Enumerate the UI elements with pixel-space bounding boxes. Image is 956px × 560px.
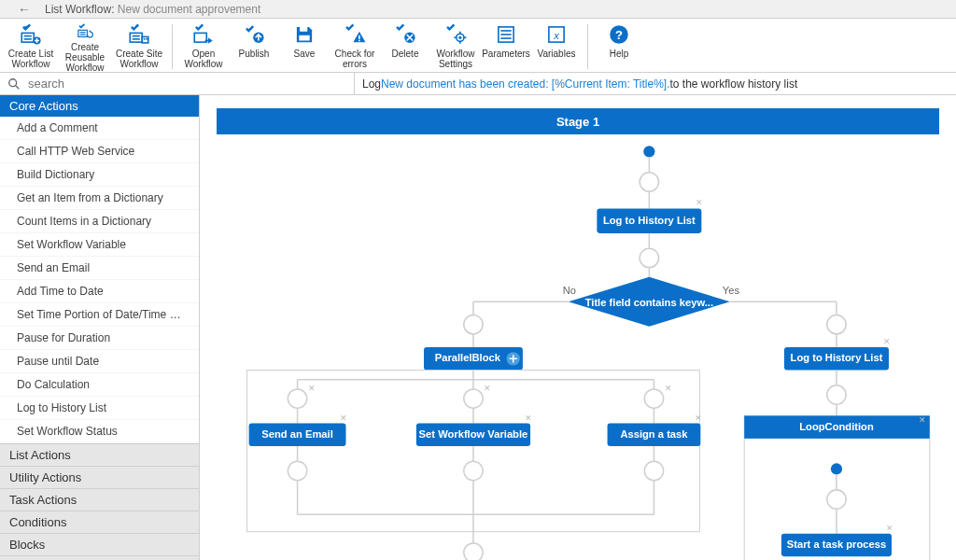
svg-text:Start a task process: Start a task process [787, 539, 886, 550]
create-reusable-workflow-button[interactable]: Create Reusable Workflow [58, 21, 112, 73]
delete-node-icon[interactable]: ✕ [340, 413, 347, 423]
sidebar-item[interactable]: Add Time to Date [0, 280, 199, 303]
sidebar-item[interactable]: Build Dictionary [0, 163, 199, 187]
checklist-open-icon [191, 22, 216, 47]
decision-no-label: No [563, 285, 576, 296]
connector-node[interactable] [640, 248, 658, 267]
publish-button[interactable]: Publish [229, 21, 279, 73]
sidebar-item[interactable]: Pause until Date [0, 350, 199, 373]
delete-branch-icon[interactable]: ✕ [484, 384, 491, 393]
log-history-node-2[interactable]: Log to History List ✕ [784, 337, 891, 370]
sub-bar: Log New document has been created: [%Cur… [0, 73, 956, 95]
delete-node-icon[interactable]: ✕ [695, 413, 702, 423]
sidebar-category[interactable]: Blocks [0, 533, 199, 555]
stage-header[interactable]: Stage 1 [217, 110, 939, 134]
connector-node[interactable] [464, 315, 483, 333]
variables-icon: x [544, 22, 569, 47]
svg-rect-4 [78, 30, 88, 36]
delete-branch-icon[interactable]: ✕ [665, 384, 672, 393]
parallel-block-node[interactable]: ParallelBlock [424, 347, 523, 370]
log-link[interactable]: New document has been created: [%Current… [381, 77, 669, 91]
svg-rect-13 [194, 33, 206, 42]
ribbon-separator [587, 24, 588, 69]
connector-node[interactable] [464, 461, 483, 480]
delete-node-icon[interactable]: ✕ [696, 198, 703, 207]
connector-node[interactable] [827, 490, 846, 509]
log-prefix: Log [362, 77, 381, 91]
send-email-node[interactable]: Send an Email ✕ [249, 413, 348, 446]
title-prefix: List Workflow: [45, 3, 114, 16]
connector-node[interactable] [644, 461, 663, 480]
loop-start-node[interactable] [831, 463, 842, 474]
stage-container: Stage 1 .box { fill:#0b6fc9; rx:3; } .bo… [217, 108, 939, 560]
workflow-settings-button[interactable]: Workflow Settings [430, 21, 481, 73]
sidebar-item[interactable]: Pause for Duration [0, 327, 199, 350]
checklist-add-icon [19, 22, 43, 47]
connector-node[interactable] [464, 543, 483, 560]
svg-text:LoopCondition: LoopCondition [799, 421, 874, 432]
ribbon: Create List Workflow Create Reusable Wor… [0, 19, 956, 73]
create-list-workflow-button[interactable]: Create List Workflow [4, 21, 58, 73]
svg-text:Set Workflow Variable: Set Workflow Variable [419, 428, 528, 440]
connector-node[interactable] [827, 315, 846, 333]
log-history-node[interactable]: Log to History List ✕ [597, 198, 703, 233]
log-suffix: to the workflow history list [670, 77, 798, 91]
sidebar-section-core-actions[interactable]: Core Actions [0, 95, 199, 117]
set-variable-node[interactable]: Set Workflow Variable ✕ [416, 413, 532, 446]
delete-icon [393, 22, 417, 47]
sidebar-item[interactable]: Add a Comment [0, 117, 199, 140]
connector-node[interactable] [827, 385, 846, 404]
svg-text:Send an Email: Send an Email [261, 428, 332, 440]
save-button[interactable]: Save [279, 21, 330, 73]
sidebar-item[interactable]: Set Workflow Status [0, 420, 199, 443]
sidebar-item[interactable]: Do Calculation [0, 373, 199, 397]
connector-node[interactable] [288, 389, 306, 408]
parameters-icon [494, 22, 518, 47]
connector-node[interactable] [644, 389, 663, 408]
sidebar-category[interactable]: Conditions [0, 511, 199, 533]
delete-button[interactable]: Delete [380, 21, 430, 73]
sidebar-item[interactable]: Count Items in a Dictionary [0, 210, 199, 233]
sidebar-item[interactable]: Call HTTP Web Service [0, 140, 199, 163]
create-site-workflow-button[interactable]: Create Site Workflow [112, 21, 166, 73]
connector-node[interactable] [640, 173, 658, 191]
sidebar-item[interactable]: Send an Email [0, 257, 199, 280]
delete-node-icon[interactable]: ✕ [919, 415, 926, 425]
delete-node-icon[interactable]: ✕ [883, 337, 891, 346]
sidebar-item[interactable]: Set Workflow Variable [0, 233, 199, 257]
title-bar: ← List Workflow: New document approvemen… [0, 0, 956, 19]
start-node[interactable] [643, 146, 654, 157]
decision-node[interactable]: Title field contains keyw... [569, 277, 730, 327]
help-button[interactable]: ? Help [594, 21, 644, 73]
svg-rect-12 [146, 38, 148, 40]
assign-task-node[interactable]: Assign a task ✕ [608, 413, 703, 446]
sidebar-item[interactable]: Log to History List [0, 397, 199, 420]
sidebar-item[interactable]: Set Time Portion of Date/Time Field [0, 303, 199, 327]
open-workflow-button[interactable]: Open Workflow [178, 21, 229, 73]
sidebar-category[interactable]: List Actions [0, 443, 199, 466]
check-errors-button[interactable]: Check for errors [330, 21, 380, 73]
delete-node-icon[interactable]: ✕ [525, 413, 532, 423]
svg-point-34 [9, 78, 17, 86]
svg-text:Title field contains keyw...: Title field contains keyw... [585, 297, 713, 308]
sidebar-category[interactable]: Composite Steps [0, 555, 199, 560]
delete-branch-icon[interactable]: ✕ [308, 384, 316, 393]
workflow-canvas[interactable]: Stage 1 .box { fill:#0b6fc9; rx:3; } .bo… [200, 95, 956, 560]
delete-node-icon[interactable]: ✕ [886, 524, 893, 533]
actions-sidebar: Core Actions Add a CommentCall HTTP Web … [0, 95, 200, 560]
variables-button[interactable]: x Variables [531, 21, 582, 73]
publish-icon [242, 22, 266, 47]
svg-point-21 [458, 36, 461, 39]
back-button[interactable]: ← [4, 2, 45, 17]
connector-node[interactable] [288, 461, 306, 480]
log-bar: Log New document has been created: [%Cur… [355, 73, 956, 94]
search-input[interactable] [26, 76, 346, 91]
parameters-button[interactable]: Parameters [481, 21, 531, 73]
title-name: New document approvement [118, 3, 260, 16]
sidebar-item[interactable]: Get an Item from a Dictionary [0, 187, 199, 210]
search-box[interactable] [0, 73, 355, 94]
sidebar-category[interactable]: Utility Actions [0, 466, 199, 488]
svg-text:?: ? [615, 28, 623, 42]
sidebar-category[interactable]: Task Actions [0, 488, 199, 511]
connector-node[interactable] [464, 389, 483, 408]
